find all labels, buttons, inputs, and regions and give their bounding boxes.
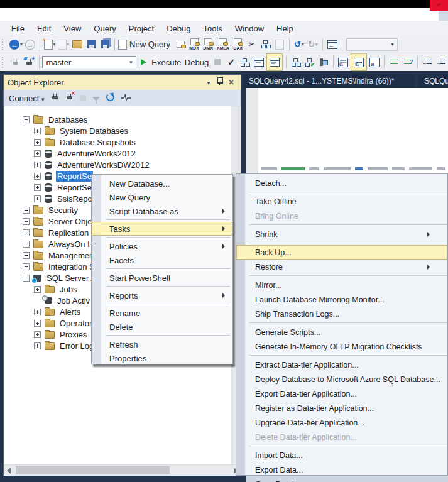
uncomment-button[interactable] [402,55,414,70]
expander-plus-icon[interactable] [34,309,41,315]
menu-item-upgrade-data-tier-application[interactable]: Upgrade Data-tier Application... [236,415,447,430]
menu-item-facets[interactable]: Facets [92,253,232,267]
expander-plus-icon[interactable] [34,162,41,168]
menu-item-extract-data-tier-application[interactable]: Extract Data-tier Application... [236,358,447,372]
xmla-query-button[interactable]: XMLA [216,37,231,52]
expander-plus-icon[interactable] [34,128,41,134]
dax-query-button[interactable]: DAX [232,37,244,52]
connect-dropdown[interactable]: Connect ▾ [9,94,45,103]
menu-item-script-database-as[interactable]: Script Database as [92,204,232,218]
scrollbar-thumb[interactable] [16,466,170,474]
menu-window[interactable]: Window [229,24,270,33]
add-item-button[interactable]: ▾ [57,37,70,52]
navigate-back-button[interactable]: ←▾ [9,37,23,52]
database-engine-query-button[interactable] [174,37,187,52]
menu-item-generate-scripts[interactable]: Generate Scripts... [236,325,447,339]
menu-item-import-data[interactable]: Import Data... [236,448,447,463]
panel-close-button[interactable]: ✕ [226,78,237,87]
menu-item-new-database[interactable]: New Database... [92,177,232,190]
undo-button[interactable]: ↺▾ [293,37,305,52]
expander-plus-icon[interactable] [34,320,41,327]
expander-plus-icon[interactable] [34,195,41,202]
tree-item-adventureworksdw2012[interactable]: AdventureWorksDW2012 [4,159,231,170]
stop-button[interactable] [211,55,224,70]
menu-file[interactable]: File [5,24,31,33]
expander-plus-icon[interactable] [23,229,30,236]
tab-sqlquery-partial[interactable]: SQLQuer [418,74,448,88]
menu-debug[interactable]: Debug [160,24,197,33]
results-to-text-button[interactable]: 01 [337,55,349,70]
dmx-query-button[interactable]: DMX [202,37,214,52]
tab-sqlquery42[interactable]: SQLQuery42.sql - 1...YSTEMS\indira (66))… [243,74,415,88]
expander-plus-icon[interactable] [34,150,41,157]
results-to-file-button[interactable]: 01 [368,55,381,70]
menu-query[interactable]: Query [87,24,122,33]
navigate-forward-button[interactable]: → [24,37,36,52]
expander-plus-icon[interactable] [34,184,41,191]
menu-project[interactable]: Project [123,24,160,33]
activity-monitor-button[interactable] [121,94,131,103]
expander-plus-icon[interactable] [34,331,41,338]
comment-button[interactable] [388,55,400,70]
change-connection-button[interactable]: ✦ [23,55,36,70]
menu-item-reports[interactable]: Reports [92,288,232,302]
expander-plus-icon[interactable] [34,139,41,146]
pin-button[interactable] [214,79,226,86]
cut-button[interactable]: ✂ [246,37,258,52]
menu-item-copy-database[interactable]: Copy Database... [236,477,447,482]
tree-item-databases[interactable]: Databases [4,114,231,125]
tree-item-adventureworks2012[interactable]: AdventureWorks2012 [4,148,231,159]
menu-tools[interactable]: Tools [197,24,229,33]
expander-plus-icon[interactable] [23,218,30,225]
menu-item-launch-database-mirroring-monitor[interactable]: Launch Database Mirroring Monitor... [236,292,447,307]
disconnect-button[interactable]: ✕ [65,93,74,103]
tree-item-database-snapshots[interactable]: Database Snapshots [4,136,231,148]
standard-toolbar-combobox[interactable]: ▾ [346,38,398,51]
open-file-button[interactable] [71,37,84,52]
increase-indent-button[interactable] [435,55,447,70]
menu-item-generate-in-memory-oltp-migration-checklists[interactable]: Generate In-Memory OLTP Migration Checkl… [236,339,447,354]
paste-button[interactable] [273,37,286,52]
debug-button[interactable]: Debug [183,55,210,70]
available-databases-combobox[interactable]: master ▼ [42,56,136,68]
expander-plus-icon[interactable] [23,263,30,270]
expander-plus-icon[interactable] [34,173,41,180]
connect-query-button[interactable] [9,55,22,70]
scroll-left-arrow-icon[interactable] [7,468,11,474]
copy-button[interactable] [260,37,272,52]
actual-plan-toggle-button[interactable] [266,53,283,71]
menu-item-deploy-database-to-microsoft-azure-sql-database[interactable]: Deploy Database to Microsoft Azure SQL D… [236,372,447,386]
menu-edit[interactable]: Edit [31,24,57,33]
tree-item-system-databases[interactable]: System Databases [4,125,231,136]
menu-item-export-data[interactable]: Export Data... [236,463,447,477]
save-all-button[interactable] [99,37,111,52]
expander-minus-icon[interactable] [23,275,30,282]
live-statistics-button[interactable] [290,55,302,70]
new-query-button[interactable]: New Query [118,37,173,52]
toolbar-grip[interactable] [2,39,6,50]
menu-item-mirror[interactable]: Mirror... [236,278,447,292]
menu-help[interactable]: Help [270,24,300,33]
parse-button[interactable]: ✓ [225,55,238,70]
expander-plus-icon[interactable] [23,252,30,259]
client-statistics-button[interactable] [317,55,330,70]
query-options-button[interactable] [253,55,265,70]
execute-button[interactable]: Execute [143,55,182,70]
close-button[interactable]: ✕ [430,0,448,11]
toolbar-grip[interactable] [2,57,6,68]
expander-plus-icon[interactable] [34,342,41,349]
menu-item-restore[interactable]: Restore [236,260,447,274]
menu-item-ship-transaction-logs[interactable]: Ship Transaction Logs... [236,307,447,321]
expander-plus-icon[interactable] [23,241,30,248]
menu-item-rename[interactable]: Rename [92,306,232,320]
menu-item-delete[interactable]: Delete [92,320,232,334]
refresh-button[interactable] [106,93,114,103]
expander-plus-icon[interactable] [23,207,30,214]
stop-tree-button[interactable] [80,94,86,103]
menu-item-tasks[interactable]: Tasks [92,222,232,236]
menu-item-take-offline[interactable]: Take Offline [236,194,447,209]
intellisense-button[interactable] [326,37,339,52]
menu-item-properties[interactable]: Properties [92,351,232,365]
execution-plan-check-button[interactable]: ✔ [303,55,316,70]
menu-item-refresh[interactable]: Refresh [92,337,232,351]
